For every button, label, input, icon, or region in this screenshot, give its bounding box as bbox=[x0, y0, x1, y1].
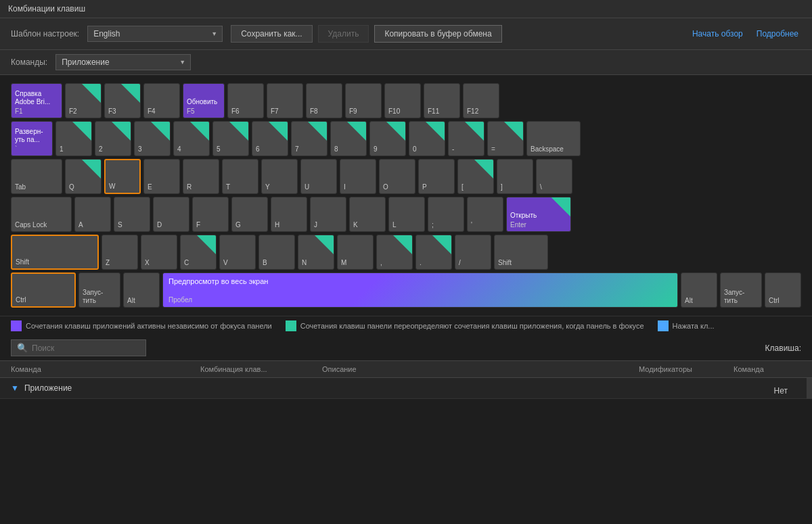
key-1-1[interactable]: 1 bbox=[55, 121, 92, 156]
key-6-1[interactable]: 6 bbox=[252, 121, 288, 156]
tour-button[interactable]: Начать обзор bbox=[690, 26, 746, 42]
search-input[interactable] bbox=[32, 343, 140, 353]
key-y-2[interactable]: Y bbox=[261, 159, 298, 194]
col-command-right: Команда bbox=[734, 365, 801, 373]
search-icon: 🔍 bbox=[17, 343, 28, 353]
save-as-button[interactable]: Сохранить как... bbox=[231, 25, 312, 43]
key-2-1[interactable]: 2 bbox=[95, 121, 131, 156]
commands-select[interactable]: Приложение bbox=[55, 54, 191, 70]
key-o-2[interactable]: O bbox=[379, 159, 415, 194]
key-'-3[interactable]: ' bbox=[467, 197, 503, 232]
commands-select-wrapper[interactable]: Приложение bbox=[55, 54, 191, 70]
key-ctrl-5[interactable]: Ctrl bbox=[11, 272, 76, 308]
key-f4-0[interactable]: F4 bbox=[143, 83, 180, 118]
key-m-4[interactable]: M bbox=[337, 235, 374, 270]
key-4-1[interactable]: 4 bbox=[173, 121, 210, 156]
key-alt-5[interactable]: Alt bbox=[681, 272, 717, 308]
commands-label: Команды: bbox=[11, 57, 47, 67]
key-backspace-1[interactable]: Backspace bbox=[526, 121, 581, 156]
key-]-2[interactable]: ] bbox=[497, 159, 533, 194]
legend-item-1: Сочетания клавиш приложений активны неза… bbox=[11, 320, 272, 331]
key-5-1[interactable]: 5 bbox=[212, 121, 249, 156]
key-shift-4[interactable]: Shift bbox=[11, 235, 99, 270]
title-text: Комбинации клавиш bbox=[8, 4, 85, 14]
key-f8-0[interactable]: F8 bbox=[306, 83, 342, 118]
key-0-1[interactable]: 0 bbox=[409, 121, 445, 156]
key---1[interactable]: - bbox=[448, 121, 484, 156]
legend-item-3: Нажата кл... bbox=[658, 320, 715, 331]
table-row[interactable]: ▼ Приложение bbox=[0, 378, 807, 399]
key-alt-5[interactable]: Alt bbox=[123, 272, 160, 308]
key-g-3[interactable]: G bbox=[231, 197, 268, 232]
legend-item-2: Сочетания клавиш панели переопределяют с… bbox=[286, 320, 644, 331]
key-f10-0[interactable]: F10 bbox=[384, 83, 421, 118]
key-c-4[interactable]: C bbox=[180, 235, 217, 270]
col-description: Описание bbox=[322, 365, 444, 373]
key-t-2[interactable]: T bbox=[222, 159, 258, 194]
key-e-2[interactable]: E bbox=[143, 159, 180, 194]
key-b-4[interactable]: B bbox=[258, 235, 295, 270]
delete-button[interactable]: Удалить bbox=[318, 25, 369, 43]
legend-icon-teal bbox=[286, 320, 296, 331]
scrollbar[interactable] bbox=[807, 378, 812, 399]
legend-text-1: Сочетания клавиш приложений активны неза… bbox=[26, 322, 272, 330]
key-8-1[interactable]: 8 bbox=[330, 121, 367, 156]
row-label: Приложение bbox=[24, 383, 72, 393]
key-d-3[interactable]: D bbox=[153, 197, 189, 232]
key-3-1[interactable]: 3 bbox=[134, 121, 171, 156]
key-l-3[interactable]: L bbox=[388, 197, 425, 232]
key-ctrl-5[interactable]: Ctrl bbox=[765, 272, 801, 308]
key-f5-0[interactable]: ОбновитьF5 bbox=[183, 83, 225, 118]
key-w-2[interactable]: W bbox=[104, 159, 141, 194]
key-tab-2[interactable]: Tab bbox=[11, 159, 62, 194]
key-\-2[interactable]: \ bbox=[536, 159, 572, 194]
key-запус-тить-5[interactable]: Запус-тить bbox=[78, 272, 120, 308]
key-shift-4[interactable]: Shift bbox=[494, 235, 548, 270]
title-bar: Комбинации клавиш bbox=[0, 0, 812, 18]
key-9-1[interactable]: 9 bbox=[369, 121, 406, 156]
key-v-4[interactable]: V bbox=[219, 235, 256, 270]
key-`-1[interactable]: Разверн-уть па...` bbox=[11, 121, 53, 156]
key-f9-0[interactable]: F9 bbox=[345, 83, 382, 118]
keyboard-row-1: Справка Adobe Bri...F1F2F3F4ОбновитьF5F6… bbox=[11, 83, 801, 118]
key-a-3[interactable]: A bbox=[74, 197, 111, 232]
key-p-2[interactable]: P bbox=[418, 159, 455, 194]
legend-area: Сочетания клавиш приложений активны неза… bbox=[0, 316, 812, 335]
key-f1-0[interactable]: Справка Adobe Bri...F1 bbox=[11, 83, 62, 118]
key-space_action-5[interactable]: Предпросмотр во весь экранПробел bbox=[162, 272, 678, 308]
key-/-4[interactable]: / bbox=[455, 235, 491, 270]
key-caps-lock-3[interactable]: Caps Lock bbox=[11, 197, 72, 232]
key-,-4[interactable]: , bbox=[376, 235, 413, 270]
key-;-3[interactable]: ; bbox=[428, 197, 464, 232]
key-j-3[interactable]: J bbox=[310, 197, 346, 232]
key-n-4[interactable]: N bbox=[298, 235, 334, 270]
key-f7-0[interactable]: F7 bbox=[267, 83, 303, 118]
key-s-3[interactable]: S bbox=[114, 197, 150, 232]
key-[-2[interactable]: [ bbox=[457, 159, 494, 194]
key-i-2[interactable]: I bbox=[340, 159, 376, 194]
key-z-4[interactable]: Z bbox=[102, 235, 138, 270]
key-=-1[interactable]: = bbox=[487, 121, 524, 156]
key-7-1[interactable]: 7 bbox=[291, 121, 328, 156]
template-select-wrapper[interactable]: English bbox=[87, 26, 223, 42]
search-wrapper[interactable]: 🔍 bbox=[11, 339, 146, 356]
key-f6-0[interactable]: F6 bbox=[227, 83, 264, 118]
key-k-3[interactable]: K bbox=[349, 197, 386, 232]
key-f2-0[interactable]: F2 bbox=[65, 83, 102, 118]
key-q-2[interactable]: Q bbox=[65, 159, 102, 194]
key-enter-3[interactable]: ОткрытьEnter bbox=[506, 197, 571, 232]
key-запус-тить-5[interactable]: Запус-тить bbox=[720, 272, 762, 308]
more-button[interactable]: Подробнее bbox=[754, 26, 801, 42]
key-f-3[interactable]: F bbox=[192, 197, 229, 232]
key-x-4[interactable]: X bbox=[141, 235, 177, 270]
key-f11-0[interactable]: F11 bbox=[424, 83, 460, 118]
copy-button[interactable]: Копировать в буфер обмена bbox=[374, 25, 501, 43]
key-r-2[interactable]: R bbox=[183, 159, 219, 194]
row-expand-icon[interactable]: ▼ bbox=[11, 383, 19, 393]
key-u-2[interactable]: U bbox=[300, 159, 337, 194]
key-.-4[interactable]: . bbox=[415, 235, 452, 270]
key-h-3[interactable]: H bbox=[271, 197, 307, 232]
key-f12-0[interactable]: F12 bbox=[463, 83, 499, 118]
template-select[interactable]: English bbox=[87, 26, 223, 42]
key-f3-0[interactable]: F3 bbox=[104, 83, 141, 118]
